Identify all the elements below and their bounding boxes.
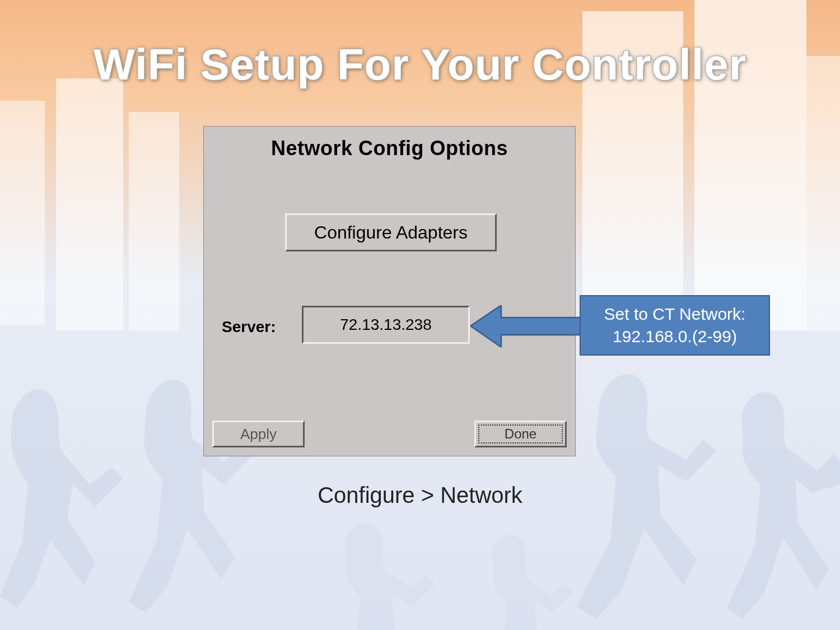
svg-marker-0: [470, 305, 582, 347]
done-button-label: Done: [478, 424, 563, 444]
network-config-dialog: Network Config Options Configure Adapter…: [203, 126, 576, 456]
server-label: Server:: [222, 318, 276, 336]
arrow-icon: [470, 305, 582, 347]
dialog-title: Network Config Options: [204, 137, 575, 160]
apply-button[interactable]: Apply: [212, 421, 305, 447]
callout-line2: 192.168.0.(2-99): [613, 325, 737, 348]
breadcrumb: Configure > Network: [318, 483, 522, 508]
server-input[interactable]: [302, 306, 470, 344]
callout-annotation: Set to CT Network: 192.168.0.(2-99): [580, 295, 770, 356]
slide-title: WiFi Setup For Your Controller: [0, 39, 840, 90]
configure-adapters-button[interactable]: Configure Adapters: [285, 213, 497, 251]
callout-line1: Set to CT Network:: [604, 303, 746, 326]
done-button[interactable]: Done: [474, 421, 567, 447]
